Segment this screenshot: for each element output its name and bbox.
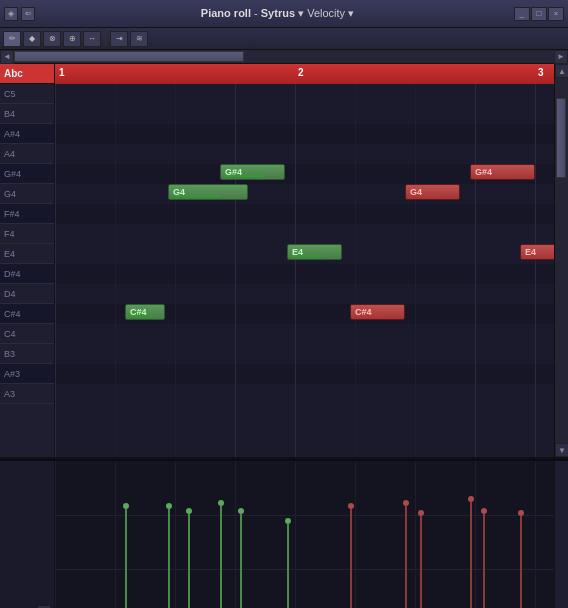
minimize-button[interactable]: _: [514, 7, 530, 21]
note-e4-red[interactable]: E4: [520, 244, 554, 260]
arrow-icon[interactable]: ⇐: [21, 7, 35, 21]
vscroll-down-arrow[interactable]: ▼: [555, 443, 568, 457]
vel-dot-g4-1: [166, 503, 172, 509]
erase-tool[interactable]: ⊗: [43, 31, 61, 47]
vline-sub-5: [415, 64, 416, 457]
vline-beat-1: [55, 64, 56, 457]
beat-1: 1: [59, 67, 65, 78]
zoom-tool[interactable]: ⊕: [63, 31, 81, 47]
row-dsh4: [55, 264, 554, 284]
vscroll-up-arrow[interactable]: ▲: [555, 64, 568, 78]
note-csh4-red[interactable]: C#4: [350, 304, 405, 320]
snap-tool[interactable]: ⇥: [110, 31, 128, 47]
vel-bar-g4-red-2: [420, 516, 422, 608]
piano-key-a4[interactable]: A4: [0, 144, 54, 164]
piano-key-csh4[interactable]: C#4: [0, 304, 54, 324]
vel-dot-gsh4-2: [238, 508, 244, 514]
piano-key-a3[interactable]: A3: [0, 384, 54, 404]
piano-key-ash4[interactable]: A#4: [0, 124, 54, 144]
note-g4-green[interactable]: G4: [168, 184, 248, 200]
velocity-label-area: −: [0, 461, 55, 608]
maximize-button[interactable]: □: [531, 7, 547, 21]
piano-key-e4[interactable]: E4: [0, 244, 54, 264]
vel-bar-e4-green: [287, 524, 289, 608]
note-gsh4-green[interactable]: G#4: [220, 164, 285, 180]
hscroll-thumb[interactable]: [14, 51, 244, 62]
note-gsh4-red[interactable]: G#4: [470, 164, 535, 180]
vel-bar-gsh4-red: [470, 502, 472, 608]
row-f4: [55, 224, 554, 244]
piano-key-c4[interactable]: C4: [0, 324, 54, 344]
row-a4: [55, 144, 554, 164]
hscroll-right-arrow[interactable]: ►: [554, 50, 568, 64]
vel-dot-gsh4-red: [468, 496, 474, 502]
vel-vline-5: [355, 461, 356, 608]
row-b3: [55, 344, 554, 364]
hscroll-track[interactable]: [14, 50, 554, 63]
quantize-tool[interactable]: ≋: [130, 31, 148, 47]
piano-key-ash3[interactable]: A#3: [0, 364, 54, 384]
vel-bar-gsh4-2: [240, 514, 242, 608]
row-ash3: [55, 364, 554, 384]
vscroll-thumb[interactable]: [556, 98, 566, 178]
hscroll-left-arrow[interactable]: ◄: [0, 50, 14, 64]
vel-bar-e4-red: [520, 516, 522, 608]
vel-vline-1: [115, 461, 116, 608]
title-separator2: ▾: [298, 7, 307, 19]
beat-2: 2: [298, 67, 304, 78]
piano-key-c5[interactable]: C5: [0, 84, 54, 104]
vel-bar-g4-red: [405, 506, 407, 608]
title-icons: ◈ ⇐: [4, 7, 35, 21]
piano-key-gsh4[interactable]: G#4: [0, 164, 54, 184]
vel-hline-1: [55, 515, 554, 516]
vel-dot-e4-red: [518, 510, 524, 516]
piano-key-g4[interactable]: G4: [0, 184, 54, 204]
instrument-name: Sytrus: [261, 7, 295, 19]
grid-area[interactable]: 1 2 3: [55, 64, 554, 457]
row-a3: [55, 384, 554, 404]
beat-markers: 1 2 3: [55, 64, 554, 84]
vel-bar-g4-2: [188, 514, 190, 608]
velocity-grid[interactable]: ——: [55, 461, 554, 608]
vel-vscroll: −: [554, 461, 568, 608]
row-g4: [55, 184, 554, 204]
note-g4-red[interactable]: G4: [405, 184, 460, 200]
row-b4: [55, 104, 554, 124]
piano-key-dsh4[interactable]: D#4: [0, 264, 54, 284]
vscroll: ▲ ▼: [554, 64, 568, 457]
vel-bar-g4-1: [168, 509, 170, 608]
piano-key-f4[interactable]: F4: [0, 224, 54, 244]
row-d4: [55, 284, 554, 304]
vel-vline-0: [55, 461, 56, 608]
piano-key-b4[interactable]: B4: [0, 104, 54, 124]
piano-key-fsh4[interactable]: F#4: [0, 204, 54, 224]
vel-dot-e4-green: [285, 518, 291, 524]
close-button[interactable]: ×: [548, 7, 564, 21]
vline-sub-6: [475, 64, 476, 457]
vline-beat-2: [295, 64, 296, 457]
vline-sub-1: [115, 64, 116, 457]
select-tool[interactable]: ◆: [23, 31, 41, 47]
vel-dot-g4-red: [403, 500, 409, 506]
vline-sub-3: [235, 64, 236, 457]
note-e4-green[interactable]: E4: [287, 244, 342, 260]
pin-icon[interactable]: ◈: [4, 7, 18, 21]
vel-dot-gsh4-green: [218, 500, 224, 506]
vel-vline-6: [415, 461, 416, 608]
piano-key-d4[interactable]: D4: [0, 284, 54, 304]
row-c4: [55, 324, 554, 344]
note-csh4-green[interactable]: C#4: [125, 304, 165, 320]
draw-tool[interactable]: ✏: [3, 31, 21, 47]
vel-dot-csh4-red: [348, 503, 354, 509]
abc-label: Abc: [4, 68, 23, 79]
vel-vline-7: [475, 461, 476, 608]
glue-tool[interactable]: ↔: [83, 31, 101, 47]
piano-key-b3[interactable]: B3: [0, 344, 54, 364]
vel-dot-csh4-green: [123, 503, 129, 509]
vel-vline-3: [235, 461, 236, 608]
row-ash4: [55, 124, 554, 144]
vel-vline-2: [175, 461, 176, 608]
vel-hline-2: [55, 569, 554, 570]
vline-sub-2: [175, 64, 176, 457]
vscroll-track[interactable]: [555, 78, 568, 443]
